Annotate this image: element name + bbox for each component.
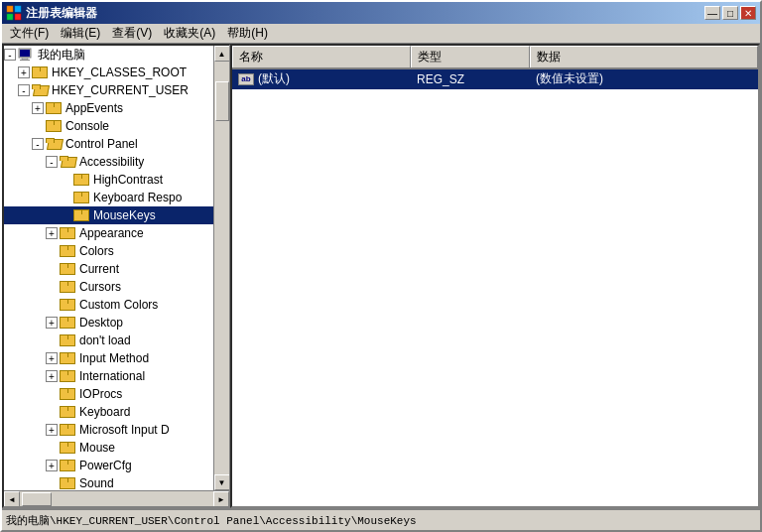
tree-expand-mycomputer[interactable]: -: [4, 49, 16, 61]
svg-rect-7: [20, 60, 30, 61]
tree-panel: -我的电脑+HKEY_CLASSES_ROOT-HKEY_CURRENT_USE…: [2, 44, 230, 508]
tree-item-ioprocs[interactable]: IOProcs: [4, 385, 213, 403]
svg-rect-1: [15, 6, 21, 12]
menu-view[interactable]: 查看(V): [106, 24, 158, 43]
tree-label-highcontrast: HighContrast: [93, 173, 163, 187]
scroll-right-button[interactable]: ►: [213, 491, 229, 507]
tree-item-international[interactable]: +International: [4, 367, 213, 385]
tree-scroll[interactable]: -我的电脑+HKEY_CLASSES_ROOT-HKEY_CURRENT_USE…: [4, 46, 213, 490]
menu-help[interactable]: 帮助(H): [221, 24, 274, 43]
tree-label-accessibility: Accessibility: [79, 155, 144, 169]
tree-item-sound[interactable]: Sound: [4, 474, 213, 490]
tree-expand-powercfg[interactable]: +: [46, 460, 58, 471]
tree-expand-hkcu[interactable]: -: [18, 84, 30, 96]
tree-expand-appevents[interactable]: +: [32, 102, 44, 114]
tree-expand-hkcr[interactable]: +: [18, 66, 30, 78]
list-header: 名称 类型 数据: [232, 46, 758, 69]
menu-favorites[interactable]: 收藏夹(A): [158, 24, 221, 43]
folder-closed-icon: [73, 173, 89, 187]
tree-label-console: Console: [65, 119, 109, 133]
tree-expand-inputmethod[interactable]: +: [46, 352, 58, 364]
list-row-0[interactable]: ab(默认)REG_SZ(数值未设置): [232, 69, 758, 89]
tree-item-mousekeys[interactable]: MouseKeys: [4, 206, 213, 224]
tree-item-keyboard[interactable]: Keyboard: [4, 403, 213, 421]
tree-expand-desktop[interactable]: +: [46, 317, 58, 329]
tree-label-sound: Sound: [79, 476, 114, 490]
tree-item-accessibility[interactable]: -Accessibility: [4, 153, 213, 171]
folder-closed-icon: [60, 316, 75, 330]
title-bar-left: 注册表编辑器: [6, 5, 97, 22]
vertical-scrollbar[interactable]: ▲ ▼: [213, 46, 229, 490]
tree-label-inputmethod: Input Method: [79, 351, 149, 365]
tree-item-hkcu[interactable]: -HKEY_CURRENT_USER: [4, 81, 213, 99]
close-button[interactable]: ✕: [740, 6, 756, 20]
list-content: ab(默认)REG_SZ(数值未设置): [232, 69, 758, 506]
svg-rect-2: [7, 14, 13, 20]
tree-item-console[interactable]: Console: [4, 117, 213, 135]
tree-label-hkcr: HKEY_CLASSES_ROOT: [52, 66, 187, 79]
folder-closed-icon: [60, 387, 75, 401]
hscroll-thumb[interactable]: [22, 492, 52, 506]
tree-item-mouse[interactable]: Mouse: [4, 439, 213, 457]
list-cell-type-0: REG_SZ: [411, 71, 530, 87]
main-window: 注册表编辑器 — □ ✕ 文件(F) 编辑(E) 查看(V) 收藏夹(A) 帮助…: [0, 0, 762, 532]
tree-item-appearance[interactable]: +Appearance: [4, 224, 213, 242]
menu-bar: 文件(F) 编辑(E) 查看(V) 收藏夹(A) 帮助(H): [2, 24, 760, 44]
folder-open-icon: [46, 137, 62, 151]
hscroll-track[interactable]: [20, 491, 213, 506]
computer-icon: [18, 48, 34, 62]
horizontal-scrollbar[interactable]: ◄ ►: [4, 490, 229, 506]
tree-item-microsoftinput[interactable]: +Microsoft Input D: [4, 421, 213, 439]
tree-item-inputmethod[interactable]: +Input Method: [4, 349, 213, 367]
tree-label-current: Current: [79, 262, 119, 276]
tree-item-desktop[interactable]: +Desktop: [4, 314, 213, 332]
folder-closed-icon: [73, 208, 89, 222]
svg-rect-6: [22, 58, 28, 60]
tree-expand-accessibility[interactable]: -: [46, 156, 58, 168]
tree-item-powercfg[interactable]: +PowerCfg: [4, 457, 213, 474]
tree-item-keyboardresp[interactable]: Keyboard Respo: [4, 189, 213, 206]
tree-expand-controlpanel[interactable]: -: [32, 138, 44, 150]
tree-label-ioprocs: IOProcs: [79, 387, 122, 401]
tree-expand-microsoftinput[interactable]: +: [46, 424, 58, 436]
scroll-left-button[interactable]: ◄: [4, 491, 20, 507]
folder-open-icon: [60, 155, 75, 169]
scroll-up-button[interactable]: ▲: [214, 46, 230, 62]
scroll-track[interactable]: [214, 62, 230, 474]
tree-item-controlpanel[interactable]: -Control Panel: [4, 135, 213, 153]
tree-label-keyboardresp: Keyboard Respo: [93, 191, 182, 204]
svg-rect-5: [20, 50, 30, 57]
tree-item-hkcr[interactable]: +HKEY_CLASSES_ROOT: [4, 64, 213, 81]
folder-closed-icon: [73, 191, 89, 204]
tree-item-mycomputer[interactable]: -我的电脑: [4, 46, 213, 64]
tree-expand-international[interactable]: +: [46, 370, 58, 382]
header-name[interactable]: 名称: [232, 46, 411, 67]
menu-file[interactable]: 文件(F): [4, 24, 55, 43]
title-bar: 注册表编辑器 — □ ✕: [2, 2, 760, 24]
main-content: -我的电脑+HKEY_CLASSES_ROOT-HKEY_CURRENT_USE…: [2, 44, 760, 508]
tree-item-customcolors[interactable]: Custom Colors: [4, 296, 213, 314]
tree-item-appevents[interactable]: +AppEvents: [4, 99, 213, 117]
header-type[interactable]: 类型: [411, 46, 530, 67]
tree-label-appearance: Appearance: [79, 226, 144, 240]
folder-closed-icon: [46, 119, 62, 133]
registry-icon: ab: [238, 73, 254, 85]
tree-item-colors[interactable]: Colors: [4, 242, 213, 260]
tree-item-highcontrast[interactable]: HighContrast: [4, 171, 213, 189]
right-panel: 名称 类型 数据 ab(默认)REG_SZ(数值未设置): [230, 44, 760, 508]
minimize-button[interactable]: —: [704, 6, 720, 20]
scroll-down-button[interactable]: ▼: [214, 474, 230, 490]
maximize-button[interactable]: □: [722, 6, 738, 20]
folder-closed-icon: [60, 244, 75, 258]
scroll-thumb[interactable]: [215, 81, 229, 121]
tree-item-cursors[interactable]: Cursors: [4, 278, 213, 296]
tree-label-mousekeys: MouseKeys: [93, 208, 156, 222]
folder-open-icon: [32, 83, 48, 97]
header-data[interactable]: 数据: [530, 46, 758, 67]
menu-edit[interactable]: 编辑(E): [55, 24, 106, 43]
tree-item-dontload[interactable]: don't load: [4, 332, 213, 349]
tree-label-desktop: Desktop: [79, 316, 123, 330]
tree-item-current[interactable]: Current: [4, 260, 213, 278]
tree-expand-appearance[interactable]: +: [46, 227, 58, 239]
folder-closed-icon: [60, 459, 75, 472]
